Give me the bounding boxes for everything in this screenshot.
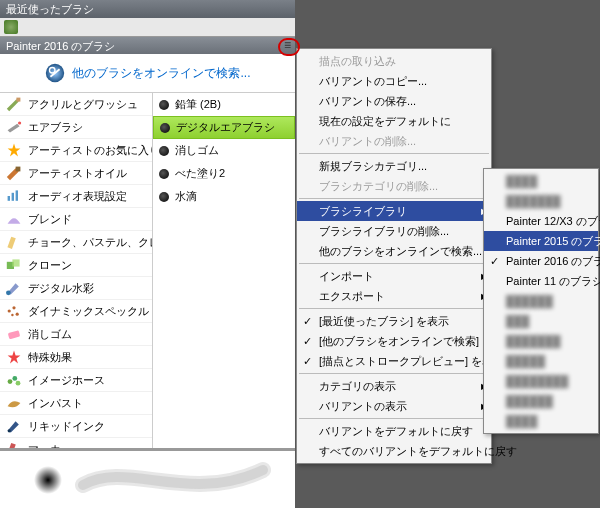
menu-item[interactable]: ████████ (484, 371, 598, 391)
menu-item[interactable]: すべてのバリアントをデフォルトに戻す (297, 441, 491, 461)
category-label: アクリルとグワッシュ (28, 97, 138, 112)
menu-item[interactable]: [描点とストロークプレビュー] を表示 (297, 351, 491, 371)
menu-item[interactable]: 現在の設定をデフォルトに (297, 111, 491, 131)
svg-rect-2 (16, 98, 20, 102)
menu-item[interactable]: ██████ (484, 391, 598, 411)
variant-label: べた塗り2 (175, 166, 225, 181)
category-label: オーディオ表現設定 (28, 189, 127, 204)
svg-rect-4 (16, 167, 21, 172)
menu-item[interactable]: バリアントの表示 (297, 396, 491, 416)
online-search-row[interactable]: 他のブラシをオンラインで検索... (0, 54, 295, 93)
category-item[interactable]: インパスト (0, 392, 152, 415)
menu-item[interactable]: ブラシライブラリ (297, 201, 491, 221)
menu-separator (299, 418, 489, 419)
svg-rect-5 (8, 196, 10, 201)
category-label: ブレンド (28, 212, 72, 227)
menu-item[interactable]: Painter 2016 のブラシ (484, 251, 598, 271)
menu-item[interactable]: ███████ (484, 331, 598, 351)
category-item[interactable]: ダイナミックスペックル (0, 300, 152, 323)
svg-rect-7 (16, 190, 18, 200)
blend-icon (4, 211, 24, 227)
variant-item[interactable]: べた塗り2 (153, 162, 295, 185)
category-item[interactable]: ブレンド (0, 208, 152, 231)
variant-label: 消しゴム (175, 143, 219, 158)
svg-point-19 (16, 381, 21, 386)
svg-point-12 (8, 309, 11, 312)
category-item[interactable]: 特殊効果 (0, 346, 152, 369)
menu-item[interactable]: ████ (484, 171, 598, 191)
menu-item[interactable]: バリアントをデフォルトに戻す (297, 421, 491, 441)
menu-item[interactable]: 他のブラシをオンラインで検索... (297, 241, 491, 261)
menu-item[interactable]: バリアントのコピー... (297, 71, 491, 91)
menu-item[interactable]: インポート (297, 266, 491, 286)
category-label: チョーク、パステル、クレヨン (28, 235, 153, 250)
chalk-icon (4, 234, 24, 250)
menu-item[interactable]: カテゴリの表示 (297, 376, 491, 396)
brush-green-icon (4, 96, 24, 112)
svg-point-15 (11, 314, 13, 316)
menu-item[interactable]: Painter 2015 のブラシ (484, 231, 598, 251)
menu-item: バリアントの削除... (297, 131, 491, 151)
menu-item[interactable]: ブラシライブラリの削除... (297, 221, 491, 241)
clone-icon (4, 257, 24, 273)
menu-item[interactable]: ████ (484, 411, 598, 431)
menu-item: ブラシカテゴリの削除... (297, 176, 491, 196)
menu-item[interactable]: ███████ (484, 191, 598, 211)
variant-label: 鉛筆 (2B) (175, 97, 221, 112)
category-item[interactable]: アーティストのお気に入り (0, 139, 152, 162)
brush-columns: アクリルとグワッシュエアブラシアーティストのお気に入りアーティストオイルオーディ… (0, 93, 295, 463)
liquid-icon (4, 418, 24, 434)
eraser-icon (4, 326, 24, 342)
category-item[interactable]: デジタル水彩 (0, 277, 152, 300)
menu-item[interactable]: 新規ブラシカテゴリ... (297, 156, 491, 176)
menu-item[interactable]: [最近使ったブラシ] を表示 (297, 311, 491, 331)
variant-dab-icon (159, 146, 169, 156)
menu-separator (299, 153, 489, 154)
panel-context-menu: 描点の取り込みバリアントのコピー...バリアントの保存...現在の設定をデフォル… (296, 48, 492, 464)
category-item[interactable]: アクリルとグワッシュ (0, 93, 152, 116)
menu-item[interactable]: █████ (484, 351, 598, 371)
brush-library-submenu: ███████████Painter 12/X3 のブラシPainter 201… (483, 168, 599, 434)
category-label: デジタル水彩 (28, 281, 94, 296)
svg-point-18 (12, 376, 17, 381)
menu-item[interactable]: ██████ (484, 291, 598, 311)
variant-item[interactable]: 鉛筆 (2B) (153, 93, 295, 116)
category-item[interactable]: エアブラシ (0, 116, 152, 139)
variant-item[interactable]: デジタルエアブラシ (153, 116, 295, 139)
impasto-icon (4, 395, 24, 411)
watercolor-icon (4, 280, 24, 296)
header-icon-row (0, 18, 295, 36)
variant-list: 鉛筆 (2B)デジタルエアブラシ消しゴムべた塗り2水滴 (153, 93, 295, 463)
menu-item[interactable]: Painter 12/X3 のブラシ (484, 211, 598, 231)
category-item[interactable]: イメージホース (0, 369, 152, 392)
variant-item[interactable]: 水滴 (153, 185, 295, 208)
category-item[interactable]: アーティストオイル (0, 162, 152, 185)
menu-separator (299, 198, 489, 199)
category-item[interactable]: クローン (0, 254, 152, 277)
svg-point-11 (6, 290, 11, 295)
menu-item: 描点の取り込み (297, 51, 491, 71)
svg-point-3 (18, 121, 21, 124)
speckle-icon (4, 303, 24, 319)
menu-separator (299, 373, 489, 374)
panel-menu-button[interactable] (278, 38, 300, 56)
category-label: クローン (28, 258, 72, 273)
variant-dab-icon (159, 169, 169, 179)
library-header: Painter 2016 のブラシ (0, 36, 295, 54)
menu-item[interactable]: Painter 11 のブラシ (484, 271, 598, 291)
category-item[interactable]: 消しゴム (0, 323, 152, 346)
category-item[interactable]: チョーク、パステル、クレヨン (0, 231, 152, 254)
online-search-label: 他のブラシをオンラインで検索... (72, 65, 250, 82)
category-item[interactable]: オーディオ表現設定 (0, 185, 152, 208)
variant-label: 水滴 (175, 189, 197, 204)
category-item[interactable]: リキッドインク (0, 415, 152, 438)
menu-item[interactable]: [他のブラシをオンラインで検索] を表示 (297, 331, 491, 351)
svg-rect-8 (7, 237, 15, 249)
stroke-preview (0, 448, 295, 508)
menu-item[interactable]: バリアントの保存... (297, 91, 491, 111)
menu-item[interactable]: ███ (484, 311, 598, 331)
svg-point-23 (34, 466, 62, 494)
menu-item[interactable]: エクスポート (297, 286, 491, 306)
variant-item[interactable]: 消しゴム (153, 139, 295, 162)
svg-rect-6 (12, 193, 14, 201)
